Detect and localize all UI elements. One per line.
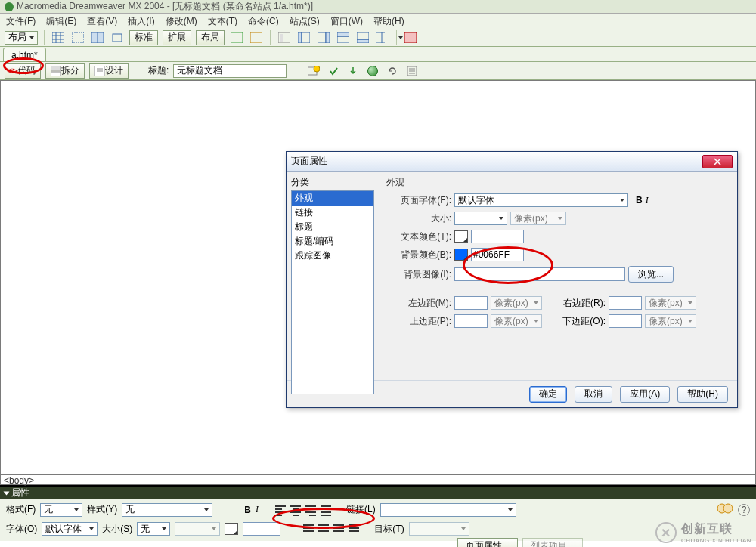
help-button[interactable]: 帮助(H) xyxy=(677,386,728,403)
outdent-icon[interactable] xyxy=(333,524,344,533)
menu-edit[interactable]: 编辑(E) xyxy=(46,15,76,27)
svg-rect-19 xyxy=(357,39,369,43)
bg-color-input[interactable] xyxy=(471,248,524,261)
design-view-button[interactable]: 设计 xyxy=(89,63,129,79)
tabular-data-icon[interactable] xyxy=(403,30,418,45)
font-combo[interactable]: 默认字体 xyxy=(42,522,98,536)
margin-bottom-input[interactable] xyxy=(609,314,642,328)
design-icon xyxy=(94,66,105,76)
layout-category-combo[interactable]: 布局 xyxy=(5,31,38,45)
draw-cell-icon[interactable] xyxy=(229,30,244,45)
extended-mode-button[interactable]: 扩展 xyxy=(163,30,191,45)
view-options-icon[interactable] xyxy=(404,63,420,79)
margin-left-input[interactable] xyxy=(454,296,488,310)
window-title-bar: Macromedia Dreamweaver MX 2004 - [无标题文档 … xyxy=(0,0,756,14)
menu-file[interactable]: 文件(F) xyxy=(6,15,36,27)
align-right-icon[interactable] xyxy=(305,505,316,515)
menu-insert[interactable]: 插入(I) xyxy=(128,15,154,27)
text-color-input[interactable] xyxy=(471,230,524,243)
frame-split-icon[interactable] xyxy=(375,30,390,45)
menu-commands[interactable]: 命令(C) xyxy=(248,15,279,27)
menu-help[interactable]: 帮助(H) xyxy=(373,15,404,27)
ol-icon[interactable] xyxy=(318,524,329,533)
category-tracing-image[interactable]: 跟踪图像 xyxy=(292,249,373,263)
frame-left-icon[interactable] xyxy=(296,30,311,45)
link-label: 链接(L) xyxy=(346,503,376,516)
color-input[interactable] xyxy=(243,522,280,536)
frame-right-icon[interactable] xyxy=(316,30,331,45)
italic-button[interactable]: I xyxy=(256,504,259,515)
frame-top-icon[interactable] xyxy=(336,30,351,45)
margin-right-input[interactable] xyxy=(609,296,642,310)
preview-icon[interactable] xyxy=(365,63,380,79)
ok-button[interactable]: 确定 xyxy=(529,386,567,403)
bg-color-swatch[interactable] xyxy=(454,249,468,261)
properties-title: 属性 xyxy=(11,487,29,499)
div-icon[interactable] xyxy=(70,30,85,45)
style-combo[interactable]: 无 xyxy=(122,503,212,517)
align-left-icon[interactable] xyxy=(275,505,286,515)
menu-site[interactable]: 站点(S) xyxy=(290,15,320,27)
layout-table-icon[interactable] xyxy=(90,30,105,45)
font-label: 字体(O) xyxy=(6,523,37,536)
size-combo[interactable]: 无 xyxy=(137,522,170,536)
align-center-icon[interactable] xyxy=(290,505,301,515)
category-links[interactable]: 链接 xyxy=(292,206,373,220)
browse-button[interactable]: 浏览... xyxy=(628,266,674,283)
category-title-encoding[interactable]: 标题/编码 xyxy=(292,234,373,249)
menu-text[interactable]: 文本(T) xyxy=(208,15,237,27)
link-combo[interactable] xyxy=(380,503,516,517)
refresh-icon[interactable] xyxy=(385,63,400,79)
file-mgmt-icon[interactable] xyxy=(345,63,361,79)
layout-cell-icon[interactable] xyxy=(110,30,125,45)
properties-panel-header[interactable]: 属性 xyxy=(0,485,756,499)
help-icon[interactable]: ? xyxy=(738,504,750,516)
page-font-combo[interactable]: 默认字体 xyxy=(454,193,628,207)
quick-tag-icon[interactable] xyxy=(717,502,733,518)
draw-table-icon[interactable] xyxy=(249,30,264,45)
dialog-title-bar[interactable]: 页面属性 xyxy=(287,152,737,172)
menu-window[interactable]: 窗口(W) xyxy=(330,15,363,27)
align-justify-icon[interactable] xyxy=(321,505,331,515)
close-button[interactable] xyxy=(702,155,733,168)
menu-view[interactable]: 查看(V) xyxy=(87,15,117,27)
layout-mode-button[interactable]: 布局 xyxy=(196,30,225,45)
svg-rect-26 xyxy=(51,72,61,76)
text-color-swatch[interactable] xyxy=(454,230,468,243)
page-properties-button[interactable]: 页面属性... xyxy=(457,538,518,547)
color-swatch[interactable] xyxy=(225,523,238,535)
bg-image-input[interactable] xyxy=(454,267,625,281)
size-unit-combo xyxy=(175,522,220,536)
validate-icon[interactable] xyxy=(326,63,341,79)
apply-button[interactable]: 应用(A) xyxy=(620,386,670,403)
app-icon xyxy=(5,2,14,11)
margin-top-input[interactable] xyxy=(454,314,488,328)
format-combo[interactable]: 无 xyxy=(40,503,82,517)
size-field-label: 大小: xyxy=(386,212,451,225)
frame-bottom-icon[interactable] xyxy=(355,30,370,45)
cancel-button[interactable]: 取消 xyxy=(575,386,612,403)
margin-top-unit: 像素(px) xyxy=(491,314,542,328)
ul-icon[interactable] xyxy=(303,524,314,533)
italic-toggle[interactable]: I xyxy=(646,195,649,206)
table-icon[interactable] xyxy=(51,30,66,45)
bold-button[interactable]: B xyxy=(244,505,251,515)
indent-icon[interactable] xyxy=(349,524,359,533)
svg-rect-17 xyxy=(337,32,349,36)
standard-mode-button[interactable]: 标准 xyxy=(129,30,158,45)
document-tab[interactable]: a.htm* xyxy=(3,48,46,61)
category-appearance[interactable]: 外观 xyxy=(292,191,373,206)
menu-modify[interactable]: 修改(M) xyxy=(166,15,197,27)
no-browser-check-icon[interactable] xyxy=(306,63,321,79)
category-list[interactable]: 外观 链接 标题 标题/编码 跟踪图像 xyxy=(291,190,374,394)
code-view-button[interactable]: <> 代码 xyxy=(5,63,41,79)
iframe-icon[interactable] xyxy=(277,30,292,45)
category-headings[interactable]: 标题 xyxy=(292,220,373,234)
tag-selector[interactable]: <body> xyxy=(0,474,756,485)
document-tabs: a.htm* xyxy=(0,47,756,62)
split-view-button[interactable]: 拆分 xyxy=(45,63,85,79)
document-title-input[interactable] xyxy=(173,64,287,78)
bold-toggle[interactable]: B xyxy=(636,195,643,206)
page-properties-dialog: 页面属性 分类 外观 链接 标题 标题/编码 跟踪图像 外观 页面字体(F): … xyxy=(286,151,738,408)
size-value-combo[interactable] xyxy=(454,212,507,225)
